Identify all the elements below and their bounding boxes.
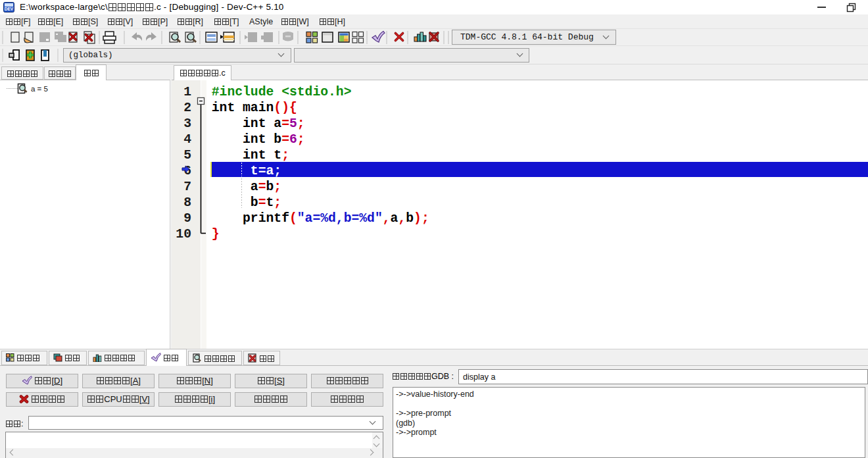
svg-text:DEV: DEV (5, 7, 14, 11)
